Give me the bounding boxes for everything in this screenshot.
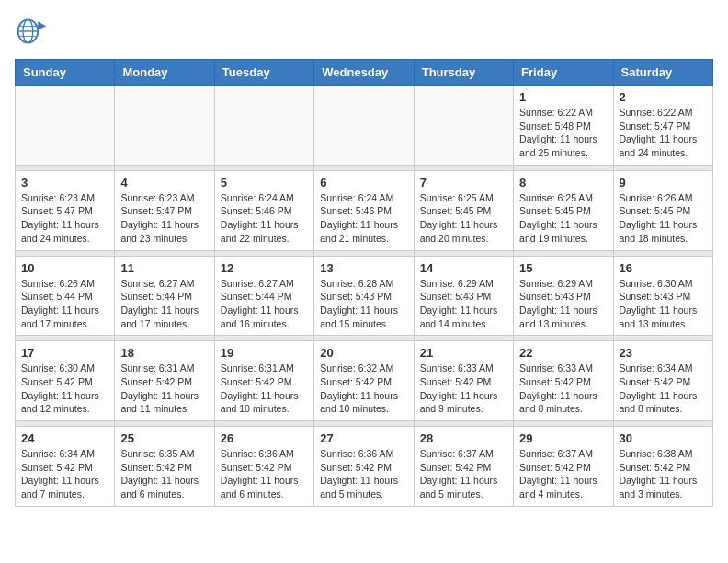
calendar-day-cell: 8Sunrise: 6:25 AM Sunset: 5:45 PM Daylig… [514, 170, 613, 250]
day-info: Sunrise: 6:26 AM Sunset: 5:45 PM Dayligh… [620, 191, 707, 246]
day-of-week-header: Tuesday [214, 60, 313, 86]
day-number: 27 [320, 431, 407, 445]
day-number: 14 [420, 261, 507, 275]
day-number: 13 [320, 261, 407, 275]
calendar-day-cell: 19Sunrise: 6:31 AM Sunset: 5:42 PM Dayli… [214, 341, 313, 421]
day-info: Sunrise: 6:25 AM Sunset: 5:45 PM Dayligh… [420, 191, 507, 246]
day-info: Sunrise: 6:32 AM Sunset: 5:42 PM Dayligh… [320, 362, 407, 416]
calendar-day-cell: 18Sunrise: 6:31 AM Sunset: 5:42 PM Dayli… [115, 341, 214, 421]
day-info: Sunrise: 6:34 AM Sunset: 5:42 PM Dayligh… [620, 362, 707, 416]
day-of-week-header: Wednesday [314, 60, 414, 86]
calendar-day-cell: 2Sunrise: 6:22 AM Sunset: 5:47 PM Daylig… [613, 86, 712, 166]
calendar-week-row: 17Sunrise: 6:30 AM Sunset: 5:42 PM Dayli… [16, 341, 713, 421]
calendar-day-cell: 25Sunrise: 6:35 AM Sunset: 5:42 PM Dayli… [115, 427, 214, 507]
day-number: 20 [320, 346, 407, 360]
day-number: 9 [620, 176, 707, 190]
calendar-day-cell: 14Sunrise: 6:29 AM Sunset: 5:43 PM Dayli… [414, 256, 513, 336]
day-number: 1 [519, 90, 607, 104]
day-of-week-header: Monday [115, 60, 214, 86]
day-number: 30 [620, 431, 707, 445]
day-info: Sunrise: 6:29 AM Sunset: 5:43 PM Dayligh… [420, 277, 507, 331]
calendar-day-cell: 6Sunrise: 6:24 AM Sunset: 5:46 PM Daylig… [314, 170, 414, 250]
logo-icon [15, 15, 48, 48]
calendar-day-cell: 16Sunrise: 6:30 AM Sunset: 5:43 PM Dayli… [613, 256, 712, 336]
calendar-day-cell [115, 86, 214, 166]
day-number: 7 [420, 176, 507, 190]
calendar-week-row: 1Sunrise: 6:22 AM Sunset: 5:48 PM Daylig… [16, 86, 713, 166]
calendar-day-cell: 23Sunrise: 6:34 AM Sunset: 5:42 PM Dayli… [613, 341, 712, 421]
calendar-day-cell: 27Sunrise: 6:36 AM Sunset: 5:42 PM Dayli… [314, 427, 414, 507]
day-info: Sunrise: 6:24 AM Sunset: 5:46 PM Dayligh… [320, 191, 407, 246]
calendar-day-cell: 7Sunrise: 6:25 AM Sunset: 5:45 PM Daylig… [414, 170, 513, 250]
day-info: Sunrise: 6:27 AM Sunset: 5:44 PM Dayligh… [120, 277, 208, 331]
calendar-day-cell: 1Sunrise: 6:22 AM Sunset: 5:48 PM Daylig… [514, 86, 613, 166]
calendar-day-cell: 17Sunrise: 6:30 AM Sunset: 5:42 PM Dayli… [16, 341, 115, 421]
day-info: Sunrise: 6:33 AM Sunset: 5:42 PM Dayligh… [519, 362, 607, 416]
day-info: Sunrise: 6:28 AM Sunset: 5:43 PM Dayligh… [320, 277, 407, 331]
day-info: Sunrise: 6:29 AM Sunset: 5:43 PM Dayligh… [519, 277, 607, 331]
calendar-day-cell: 24Sunrise: 6:34 AM Sunset: 5:42 PM Dayli… [16, 427, 115, 507]
day-info: Sunrise: 6:38 AM Sunset: 5:42 PM Dayligh… [620, 447, 707, 501]
calendar-day-cell: 15Sunrise: 6:29 AM Sunset: 5:43 PM Dayli… [514, 256, 613, 336]
day-number: 12 [221, 261, 308, 275]
calendar-day-cell: 20Sunrise: 6:32 AM Sunset: 5:42 PM Dayli… [314, 341, 414, 421]
day-number: 5 [221, 176, 308, 190]
day-info: Sunrise: 6:26 AM Sunset: 5:44 PM Dayligh… [21, 277, 108, 331]
calendar-week-row: 24Sunrise: 6:34 AM Sunset: 5:42 PM Dayli… [16, 427, 713, 507]
day-number: 24 [21, 431, 108, 445]
day-info: Sunrise: 6:30 AM Sunset: 5:42 PM Dayligh… [21, 362, 108, 416]
day-info: Sunrise: 6:27 AM Sunset: 5:44 PM Dayligh… [221, 277, 308, 331]
calendar-day-cell: 12Sunrise: 6:27 AM Sunset: 5:44 PM Dayli… [214, 256, 313, 336]
calendar-day-cell [16, 86, 115, 166]
logo [15, 15, 53, 48]
calendar-week-row: 10Sunrise: 6:26 AM Sunset: 5:44 PM Dayli… [16, 256, 713, 336]
calendar-day-cell: 13Sunrise: 6:28 AM Sunset: 5:43 PM Dayli… [314, 256, 414, 336]
day-info: Sunrise: 6:36 AM Sunset: 5:42 PM Dayligh… [320, 447, 407, 501]
day-number: 8 [519, 176, 607, 190]
day-number: 26 [221, 431, 308, 445]
day-number: 11 [120, 261, 208, 275]
day-info: Sunrise: 6:33 AM Sunset: 5:42 PM Dayligh… [420, 362, 507, 416]
day-number: 19 [221, 346, 308, 360]
day-number: 2 [620, 90, 707, 104]
day-info: Sunrise: 6:35 AM Sunset: 5:42 PM Dayligh… [120, 447, 208, 501]
calendar-day-cell: 9Sunrise: 6:26 AM Sunset: 5:45 PM Daylig… [613, 170, 712, 250]
day-info: Sunrise: 6:23 AM Sunset: 5:47 PM Dayligh… [120, 191, 208, 246]
day-number: 22 [519, 346, 607, 360]
day-info: Sunrise: 6:23 AM Sunset: 5:47 PM Dayligh… [21, 191, 108, 246]
day-of-week-header: Thursday [414, 60, 513, 86]
day-info: Sunrise: 6:37 AM Sunset: 5:42 PM Dayligh… [420, 447, 507, 501]
day-info: Sunrise: 6:36 AM Sunset: 5:42 PM Dayligh… [221, 447, 308, 501]
day-of-week-header: Friday [514, 60, 613, 86]
day-info: Sunrise: 6:30 AM Sunset: 5:43 PM Dayligh… [620, 277, 707, 331]
calendar-day-cell [214, 86, 313, 166]
calendar-day-cell: 4Sunrise: 6:23 AM Sunset: 5:47 PM Daylig… [115, 170, 214, 250]
day-number: 25 [120, 431, 208, 445]
day-info: Sunrise: 6:37 AM Sunset: 5:42 PM Dayligh… [519, 447, 607, 501]
day-number: 17 [21, 346, 108, 360]
calendar-day-cell: 29Sunrise: 6:37 AM Sunset: 5:42 PM Dayli… [514, 427, 613, 507]
day-number: 15 [519, 261, 607, 275]
day-info: Sunrise: 6:31 AM Sunset: 5:42 PM Dayligh… [221, 362, 308, 416]
day-info: Sunrise: 6:22 AM Sunset: 5:47 PM Dayligh… [620, 106, 707, 160]
calendar-day-cell: 5Sunrise: 6:24 AM Sunset: 5:46 PM Daylig… [214, 170, 313, 250]
day-number: 16 [620, 261, 707, 275]
calendar-day-cell: 10Sunrise: 6:26 AM Sunset: 5:44 PM Dayli… [16, 256, 115, 336]
day-info: Sunrise: 6:25 AM Sunset: 5:45 PM Dayligh… [519, 191, 607, 246]
calendar-day-cell [314, 86, 414, 166]
day-info: Sunrise: 6:24 AM Sunset: 5:46 PM Dayligh… [221, 191, 308, 246]
svg-marker-6 [38, 21, 46, 29]
day-info: Sunrise: 6:34 AM Sunset: 5:42 PM Dayligh… [21, 447, 108, 501]
day-number: 29 [519, 431, 607, 445]
day-of-week-header: Saturday [613, 60, 712, 86]
calendar-day-cell: 11Sunrise: 6:27 AM Sunset: 5:44 PM Dayli… [115, 256, 214, 336]
calendar-day-cell: 3Sunrise: 6:23 AM Sunset: 5:47 PM Daylig… [16, 170, 115, 250]
calendar-day-cell: 26Sunrise: 6:36 AM Sunset: 5:42 PM Dayli… [214, 427, 313, 507]
day-number: 23 [620, 346, 707, 360]
day-number: 6 [320, 176, 407, 190]
day-number: 18 [120, 346, 208, 360]
day-info: Sunrise: 6:22 AM Sunset: 5:48 PM Dayligh… [519, 106, 607, 160]
day-of-week-header: Sunday [16, 60, 115, 86]
calendar: SundayMondayTuesdayWednesdayThursdayFrid… [15, 59, 713, 507]
calendar-day-cell [414, 86, 513, 166]
